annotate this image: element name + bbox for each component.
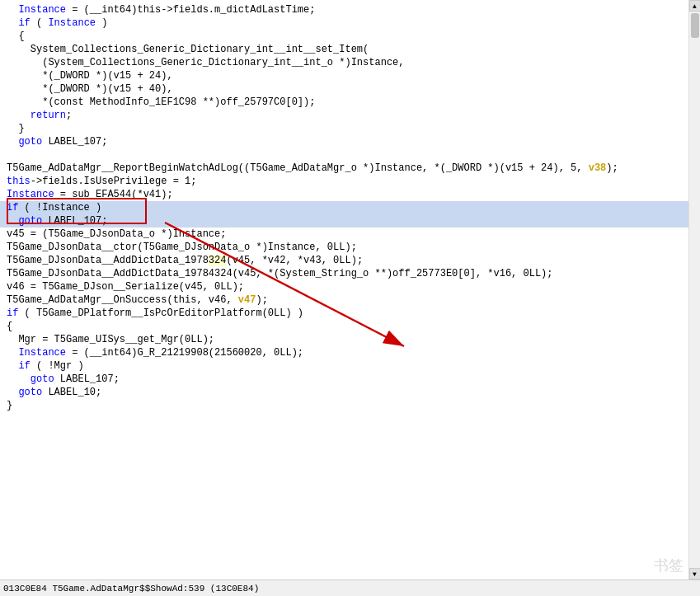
code-line-20: T5Game_DJsonData__AddDictData_1978324(v4… bbox=[0, 254, 688, 267]
code-text-15: Instance = sub_EFA544(*v41); bbox=[0, 188, 173, 201]
code-text-14: this->fields.IsUsePrivilege = 1; bbox=[0, 175, 196, 188]
status-bar: 013C0E84 T5Game.AdDataMgr$$ShowAd:539 (1… bbox=[0, 580, 700, 596]
code-text-13: T5Game_AdDataMgr__ReportBeginWatchAdLog(… bbox=[0, 162, 618, 175]
code-line-32 bbox=[0, 412, 688, 425]
code-text-9: return; bbox=[0, 109, 72, 122]
code-line-12 bbox=[0, 148, 688, 162]
code-line-30: goto LABEL_10; bbox=[0, 386, 688, 399]
code-text-22: v46 = T5Game_DJson__Serialize(v45, 0LL); bbox=[0, 280, 244, 293]
code-line-9: return; bbox=[0, 109, 688, 122]
code-text-24: if ( T5Game_DPlatform__IsPcOrEditorPlatf… bbox=[0, 307, 303, 320]
main-container: Instance = (__int64)this->fields.m_dictA… bbox=[0, 0, 700, 596]
code-text-11: goto LABEL_107; bbox=[0, 135, 107, 148]
code-line-2: if ( Instance ) bbox=[0, 16, 688, 30]
code-line-11: goto LABEL_107; bbox=[0, 135, 688, 148]
code-text-23: T5Game_AdDataMgr__OnSuccess(this, v46, v… bbox=[0, 293, 268, 307]
code-text-32 bbox=[0, 412, 12, 425]
scroll-up-arrow[interactable]: ▲ bbox=[689, 0, 701, 12]
scrollbar-right[interactable]: ▲ ▼ bbox=[688, 0, 700, 580]
code-line-4: System_Collections_Generic_Dictionary_in… bbox=[0, 43, 688, 56]
code-text-30: goto LABEL_10; bbox=[0, 386, 101, 399]
code-line-24: if ( T5Game_DPlatform__IsPcOrEditorPlatf… bbox=[0, 307, 688, 320]
code-line-16: if ( !Instance ) bbox=[0, 201, 688, 214]
code-text-12 bbox=[0, 148, 12, 162]
code-text-5: (System_Collections_Generic_Dictionary_i… bbox=[0, 56, 404, 69]
code-line-1: Instance = (__int64)this->fields.m_dictA… bbox=[0, 3, 688, 16]
code-text-21: T5Game_DJsonData__AddDictData_19784324(v… bbox=[0, 267, 553, 280]
code-line-3: { bbox=[0, 30, 688, 43]
code-line-22: v46 = T5Game_DJson__Serialize(v45, 0LL); bbox=[0, 280, 688, 293]
code-line-23: T5Game_AdDataMgr__OnSuccess(this, v46, v… bbox=[0, 293, 688, 307]
code-text-4: System_Collections_Generic_Dictionary_in… bbox=[0, 43, 369, 56]
code-text-20: T5Game_DJsonData__AddDictData_1978324(v4… bbox=[0, 254, 363, 267]
code-line-10: } bbox=[0, 122, 688, 135]
code-text-8: *(const MethodInfo_1EF1C98 **)off_25797C… bbox=[0, 96, 315, 109]
code-line-19: T5Game_DJsonData__ctor(T5Game_DJsonData_… bbox=[0, 241, 688, 254]
code-line-8: *(const MethodInfo_1EF1C98 **)off_25797C… bbox=[0, 96, 688, 109]
code-line-18: v45 = (T5Game_DJsonData_o *)Instance; bbox=[0, 228, 688, 241]
code-text-2: if ( Instance ) bbox=[0, 16, 107, 30]
code-text-25: { bbox=[0, 320, 12, 333]
code-text-6: *(_DWORD *)(v15 + 24), bbox=[0, 69, 173, 82]
code-line-26: Mgr = T5Game_UISys__get_Mgr(0LL); bbox=[0, 333, 688, 346]
code-line-7: *(_DWORD *)(v15 + 40), bbox=[0, 82, 688, 96]
code-line-31: } bbox=[0, 399, 688, 412]
code-text-3: { bbox=[0, 30, 25, 43]
code-text-29: goto LABEL_107; bbox=[0, 373, 120, 386]
code-text-28: if ( !Mgr ) bbox=[0, 359, 84, 373]
code-text-26: Mgr = T5Game_UISys__get_Mgr(0LL); bbox=[0, 333, 214, 346]
code-line-5: (System_Collections_Generic_Dictionary_i… bbox=[0, 56, 688, 69]
scroll-down-arrow[interactable]: ▼ bbox=[689, 568, 701, 580]
code-text-17: goto LABEL_107; bbox=[0, 214, 107, 228]
code-line-28: if ( !Mgr ) bbox=[0, 359, 688, 373]
code-line-13: T5Game_AdDataMgr__ReportBeginWatchAdLog(… bbox=[0, 162, 688, 175]
code-text-31: } bbox=[0, 399, 12, 412]
code-text-19: T5Game_DJsonData__ctor(T5Game_DJsonData_… bbox=[0, 241, 357, 254]
code-text-7: *(_DWORD *)(v15 + 40), bbox=[0, 82, 173, 96]
code-text-27: Instance = (__int64)G_R_21219908(2156002… bbox=[0, 346, 303, 359]
code-text-16: if ( !Instance ) bbox=[0, 201, 101, 214]
code-line-17: goto LABEL_107; bbox=[0, 214, 688, 228]
status-text: 013C0E84 T5Game.AdDataMgr$$ShowAd:539 (1… bbox=[3, 584, 259, 594]
scrollbar-thumb[interactable] bbox=[691, 13, 699, 38]
code-text-18: v45 = (T5Game_DJsonData_o *)Instance; bbox=[0, 228, 226, 241]
code-line-14: this->fields.IsUsePrivilege = 1; bbox=[0, 175, 688, 188]
code-line-25: { bbox=[0, 320, 688, 333]
code-text-1: Instance = (__int64)this->fields.m_dictA… bbox=[0, 3, 315, 16]
code-line-29: goto LABEL_107; bbox=[0, 373, 688, 386]
code-text-10: } bbox=[0, 122, 25, 135]
code-line-27: Instance = (__int64)G_R_21219908(2156002… bbox=[0, 346, 688, 359]
code-content[interactable]: Instance = (__int64)this->fields.m_dictA… bbox=[0, 0, 688, 580]
code-area: Instance = (__int64)this->fields.m_dictA… bbox=[0, 0, 700, 580]
code-line-21: T5Game_DJsonData__AddDictData_19784324(v… bbox=[0, 267, 688, 280]
code-line-15: Instance = sub_EFA544(*v41); bbox=[0, 188, 688, 201]
code-line-6: *(_DWORD *)(v15 + 24), bbox=[0, 69, 688, 82]
